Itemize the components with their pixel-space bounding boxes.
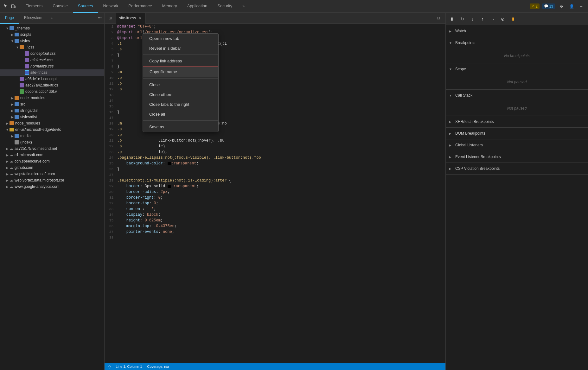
ctx-close[interactable]: Close	[143, 80, 218, 90]
ctx-copy-file-name[interactable]: Copy file name	[143, 67, 218, 77]
tree-arrow-media[interactable]	[10, 134, 15, 138]
tree-item-strings-dist[interactable]: strings/dist	[0, 107, 104, 114]
tree-arrow-github[interactable]	[5, 166, 10, 169]
tree-arrow-google-analytics[interactable]	[5, 185, 10, 188]
tab-application[interactable]: Application	[182, 0, 213, 13]
tree-item-minireset[interactable]: minireset.css	[0, 57, 104, 63]
tree-item-google-analytics[interactable]: ☁ www.google-analytics.com	[0, 183, 104, 190]
file-icon-docons	[20, 89, 24, 94]
sidebar-options-button[interactable]: •••	[95, 13, 104, 24]
sidebar-tab-filesystem[interactable]: Filesystem	[19, 13, 47, 24]
tree-item-siteltr[interactable]: site-ltr.css	[0, 69, 104, 76]
tree-arrow-scripts[interactable]	[10, 33, 15, 36]
ctx-save-as[interactable]: Save as...	[143, 122, 218, 132]
section-global-listeners-header[interactable]: Global Listeners	[446, 139, 588, 151]
tree-item-cdn-speedcurve[interactable]: ☁ cdn.speedcurve.com	[0, 158, 104, 164]
tree-item-az725[interactable]: ☁ az725175.vo.msecnd.net	[0, 145, 104, 152]
section-event-listener-header[interactable]: Event Listener Breakpoints	[446, 151, 588, 163]
tab-close-siteltr[interactable]: ✕	[138, 16, 142, 20]
tree-item-styles-dist[interactable]: styles/dist	[0, 114, 104, 120]
tree-item-media[interactable]: media	[0, 133, 104, 139]
pause-button[interactable]: ⏸	[448, 15, 456, 23]
folder-icon-src	[15, 102, 19, 106]
tree-item-conceptual[interactable]: conceptual.css	[0, 50, 104, 57]
section-watch-header[interactable]: Watch	[446, 25, 588, 37]
tree-item-node-modules2[interactable]: node_modules	[0, 120, 104, 126]
tree-item-docons[interactable]: docons.ccbc4d6f.v	[0, 88, 104, 95]
tree-item-styles[interactable]: styles	[0, 38, 104, 44]
ctx-copy-link[interactable]: Copy link address	[143, 56, 218, 66]
tree-arrow-c1ms[interactable]	[5, 153, 10, 157]
code-line-22: 22.p le),	[105, 144, 445, 149]
code-line-26: 26}	[105, 166, 445, 172]
step-button[interactable]: →	[489, 15, 496, 23]
tree-arrow-styles-dist[interactable]	[10, 115, 15, 119]
tab-elements[interactable]: Elements	[20, 0, 48, 13]
tab-network[interactable]: Network	[98, 0, 124, 13]
deactivate-button[interactable]: ⊘	[499, 15, 507, 23]
sidebar-more-button[interactable]: »	[48, 13, 54, 24]
tree-item-en-us[interactable]: en-us/microsoft-edge/devtc	[0, 126, 104, 133]
tab-performance[interactable]: Performance	[123, 0, 157, 13]
tree-arrow-node-modules1[interactable]	[10, 96, 15, 100]
tree-item-dotdotcss[interactable]: ..\css	[0, 44, 104, 50]
tree-arrow-themes[interactable]	[5, 27, 10, 30]
tree-item-src[interactable]: src	[0, 101, 104, 107]
tree-item-c1ms[interactable]: ☁ c1.microsoft.com	[0, 152, 104, 158]
tree-item-aec27a[interactable]: aec27a42.site-ltr.cs	[0, 82, 104, 88]
sidebar-tab-page[interactable]: Page	[0, 13, 19, 24]
editor-tab-siteltr[interactable]: site-ltr.css ✕	[116, 13, 146, 24]
section-scope-header[interactable]: Scope	[446, 63, 588, 75]
ctx-reveal-sidebar[interactable]: Reveal in sidebar	[143, 43, 218, 53]
tree-label-src: src	[20, 102, 25, 106]
open-in-new-panel-button[interactable]: ⊡	[434, 14, 443, 22]
tree-item-node-modules1[interactable]: node_modules	[0, 95, 104, 101]
tree-arrow-az725[interactable]	[5, 147, 10, 150]
tab-console[interactable]: Console	[48, 0, 73, 13]
tab-more[interactable]: »	[237, 0, 250, 13]
status-brace-icon: {}	[108, 365, 111, 368]
tree-arrow-web-vortex[interactable]	[5, 179, 10, 182]
toggle-sidebar-button[interactable]: ⊞	[106, 14, 115, 22]
tree-arrow-en-us[interactable]	[5, 128, 10, 131]
ctx-open-new-tab[interactable]: Open in new tab	[143, 34, 218, 43]
ctx-close-tabs-right[interactable]: Close tabs to the right	[143, 99, 218, 109]
tab-sources[interactable]: Sources	[73, 0, 98, 13]
step-out-button[interactable]: ↑	[479, 15, 486, 23]
tree-arrow-node-modules2[interactable]	[5, 122, 10, 125]
ctx-close-others[interactable]: Close others	[143, 90, 218, 99]
pause-exceptions-button[interactable]: ⏸	[509, 15, 517, 23]
settings-button[interactable]: ⚙	[558, 3, 565, 10]
section-event-listener: Event Listener Breakpoints	[446, 151, 588, 163]
tree-arrow-styles[interactable]	[10, 39, 15, 43]
device-toggle-icon[interactable]	[10, 3, 16, 10]
tree-item-github[interactable]: ☁ github.com	[0, 164, 104, 171]
tree-item-web-vortex[interactable]: ☁ web.vortex.data.microsoft.cor	[0, 177, 104, 183]
step-into-button[interactable]: ↓	[469, 15, 476, 23]
more-options-button[interactable]: ⋯	[578, 3, 585, 10]
tab-security[interactable]: Security	[212, 0, 237, 13]
ctx-close-all[interactable]: Close all	[143, 109, 218, 119]
tree-item-scripts[interactable]: scripts	[0, 31, 104, 38]
tree-item-themes[interactable]: _themes	[0, 25, 104, 31]
tree-arrow-dotdotcss[interactable]	[15, 46, 20, 49]
context-menu[interactable]: Open in new tab Reveal in sidebar Copy l…	[143, 33, 219, 132]
tree-item-wcpstatic[interactable]: ☁ wcpstatic.microsoft.com	[0, 171, 104, 177]
section-xhr-fetch-header[interactable]: XHR/fetch Breakpoints	[446, 116, 588, 127]
cursor-icon[interactable]	[3, 3, 9, 10]
tree-arrow-src[interactable]	[10, 103, 15, 106]
tree-item-normalize[interactable]: normalize.css	[0, 63, 104, 69]
tree-item-index[interactable]: (index)	[0, 139, 104, 145]
section-csp-violation-header[interactable]: CSP Violation Breakpoints	[446, 163, 588, 174]
section-breakpoints-header[interactable]: Breakpoints	[446, 37, 588, 48]
tree-item-a96de[interactable]: a96de1e1.concept	[0, 76, 104, 82]
tree-arrow-strings-dist[interactable]	[10, 109, 15, 112]
tab-memory[interactable]: Memory	[157, 0, 182, 13]
section-dom-breakpoints-header[interactable]: DOM Breakpoints	[446, 128, 588, 139]
tree-arrow-cdn-speedcurve[interactable]	[5, 160, 10, 163]
section-call-stack-header[interactable]: Call Stack	[446, 90, 588, 101]
tree-label-c1ms: c1.microsoft.com	[15, 153, 43, 157]
step-over-button[interactable]: ↻	[458, 15, 466, 23]
person-icon[interactable]: 👤	[568, 3, 575, 10]
tree-arrow-wcpstatic[interactable]	[5, 172, 10, 176]
